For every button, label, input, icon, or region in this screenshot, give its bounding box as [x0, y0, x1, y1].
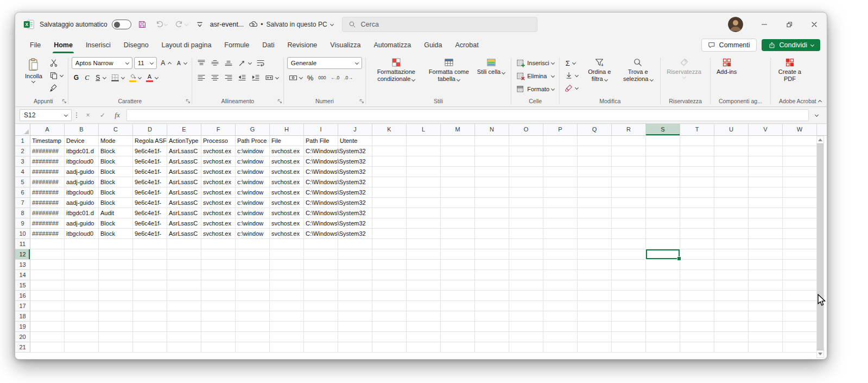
cell-C11[interactable] [99, 239, 133, 249]
cell-E19[interactable] [167, 322, 201, 332]
cell-T16[interactable] [680, 291, 714, 301]
cell-H5[interactable]: svchost.ex [270, 177, 304, 187]
cell-D1[interactable]: Regola ASF [133, 136, 167, 146]
column-header-F[interactable]: F [201, 124, 236, 135]
cell-F1[interactable]: Processo [201, 136, 236, 146]
cell-K19[interactable] [372, 322, 407, 332]
cell-K14[interactable] [372, 270, 407, 280]
cell-B8[interactable]: itbgdc01.d [65, 208, 99, 218]
save-button[interactable] [136, 17, 148, 32]
column-header-V[interactable]: V [749, 124, 783, 135]
cell-K5[interactable] [372, 177, 407, 187]
cell-C7[interactable]: Block [99, 198, 133, 208]
column-header-S[interactable]: S [646, 124, 680, 135]
cell-D2[interactable]: 9e6c4e1f- [133, 146, 167, 156]
column-header-G[interactable]: G [236, 124, 270, 135]
cell-N7[interactable] [475, 198, 509, 208]
cell-D12[interactable] [133, 249, 167, 260]
cell-T12[interactable] [680, 249, 714, 260]
cell-K7[interactable] [372, 198, 407, 208]
cell-J14[interactable] [338, 270, 372, 280]
cell-D7[interactable]: 9e6c4e1f- [133, 198, 167, 208]
cell-L17[interactable] [407, 301, 441, 311]
cell-D14[interactable] [133, 270, 167, 280]
cell-P21[interactable] [543, 342, 578, 353]
cell-F3[interactable]: svchost.ex [201, 156, 236, 167]
cell-F9[interactable]: svchost.ex [201, 218, 236, 229]
row-header-11[interactable]: 11 [15, 239, 30, 249]
cell-W14[interactable] [783, 270, 817, 280]
cell-N14[interactable] [475, 270, 509, 280]
cell-F21[interactable] [201, 342, 236, 353]
cell-W21[interactable] [783, 342, 817, 353]
cell-E15[interactable] [167, 280, 201, 291]
cell-L5[interactable] [407, 177, 441, 187]
cell-H2[interactable]: svchost.ex [270, 146, 304, 156]
cell-M3[interactable] [441, 156, 475, 167]
cell-L13[interactable] [407, 260, 441, 270]
cell-U17[interactable] [714, 301, 749, 311]
cell-J19[interactable] [338, 322, 372, 332]
name-box[interactable]: S12 [20, 109, 72, 121]
cell-Q1[interactable] [578, 136, 612, 146]
cell-U18[interactable] [714, 311, 749, 322]
cell-U21[interactable] [714, 342, 749, 353]
cell-H7[interactable]: svchost.ex [270, 198, 304, 208]
cell-T14[interactable] [680, 270, 714, 280]
row-header-19[interactable]: 19 [15, 322, 30, 332]
cell-V4[interactable] [749, 167, 783, 177]
cell-S10[interactable] [646, 229, 680, 239]
cell-A6[interactable]: ######## [30, 187, 65, 198]
cell-T6[interactable] [680, 187, 714, 198]
increase-indent-button[interactable] [250, 72, 262, 84]
dialog-launcher-clipboard-icon[interactable] [62, 99, 67, 104]
cell-J11[interactable] [338, 239, 372, 249]
tab-visualizza[interactable]: Visualizza [324, 38, 366, 53]
column-header-A[interactable]: A [30, 124, 65, 135]
autosave-toggle[interactable] [112, 20, 131, 29]
cell-D4[interactable]: 9e6c4e1f- [133, 167, 167, 177]
cell-F14[interactable] [201, 270, 236, 280]
cell-I4[interactable]: C:\Windows\System32 [304, 167, 338, 177]
cell-E18[interactable] [167, 311, 201, 322]
cell-J21[interactable] [338, 342, 372, 353]
cell-F12[interactable] [201, 249, 236, 260]
cell-O19[interactable] [509, 322, 543, 332]
cell-M14[interactable] [441, 270, 475, 280]
cell-V19[interactable] [749, 322, 783, 332]
cell-D11[interactable] [133, 239, 167, 249]
cell-P9[interactable] [543, 218, 578, 229]
cell-S13[interactable] [646, 260, 680, 270]
cell-V13[interactable] [749, 260, 783, 270]
cell-W8[interactable] [783, 208, 817, 218]
cell-Q21[interactable] [578, 342, 612, 353]
cell-C13[interactable] [99, 260, 133, 270]
tab-formule[interactable]: Formule [218, 38, 255, 53]
cell-O3[interactable] [509, 156, 543, 167]
cell-G9[interactable]: c:\window [236, 218, 270, 229]
cell-E6[interactable]: AsrLsassC [167, 187, 201, 198]
column-header-D[interactable]: D [133, 124, 167, 135]
cell-V1[interactable] [749, 136, 783, 146]
expand-formula-bar-button[interactable] [810, 115, 822, 116]
tab-dati[interactable]: Dati [256, 38, 280, 53]
cell-F15[interactable] [201, 280, 236, 291]
cell-H1[interactable]: File [270, 136, 304, 146]
cell-N6[interactable] [475, 187, 509, 198]
cell-R5[interactable] [612, 177, 646, 187]
cell-N1[interactable] [475, 136, 509, 146]
cell-C12[interactable] [99, 249, 133, 260]
cell-O1[interactable] [509, 136, 543, 146]
scroll-up-button[interactable] [817, 136, 823, 143]
redo-button[interactable] [174, 17, 189, 32]
cell-S20[interactable] [646, 332, 680, 342]
cell-A17[interactable] [30, 301, 65, 311]
row-header-20[interactable]: 20 [15, 332, 30, 342]
cell-F2[interactable]: svchost.ex [201, 146, 236, 156]
cell-S16[interactable] [646, 291, 680, 301]
column-header-P[interactable]: P [543, 124, 578, 135]
cell-G6[interactable]: c:\window [236, 187, 270, 198]
cell-Q15[interactable] [578, 280, 612, 291]
cell-P19[interactable] [543, 322, 578, 332]
copy-button[interactable] [48, 70, 65, 81]
